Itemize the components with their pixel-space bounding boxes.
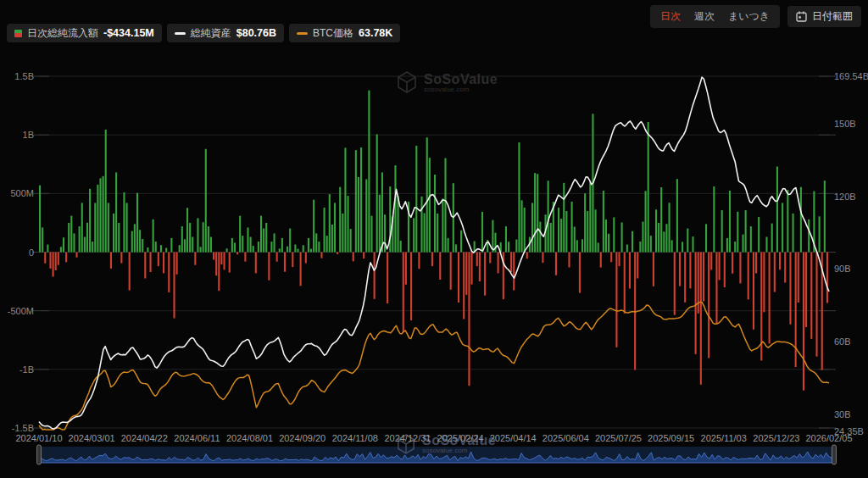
btc-price-line: [39, 302, 829, 430]
orange-line-icon: [297, 32, 308, 35]
legend-value: $80.76B: [236, 27, 276, 39]
legend-value: -$434.15M: [103, 27, 154, 39]
left-axis-tick: -1B: [0, 364, 34, 375]
chart-controls: 日次 週次 まいつき 日付範囲: [650, 5, 861, 28]
btc-etf-flow-dashboard: 日次総純流入額 -$434.15M 総純資産 $80.76B BTC価格 63.…: [0, 0, 868, 478]
tab-monthly[interactable]: まいつき: [721, 7, 776, 26]
right-axis-tick: 90B: [834, 264, 851, 274]
right-axis-tick: 169.54B: [834, 71, 868, 81]
legend-label: 日次総純流入額: [27, 26, 98, 41]
navigator[interactable]: [37, 445, 837, 464]
left-axis-tick: 1B: [0, 130, 34, 140]
navigator-left-handle[interactable]: [37, 445, 42, 464]
interval-tab-group: 日次 週次 まいつき: [650, 5, 780, 28]
right-axis-tick: 120B: [834, 192, 856, 202]
right-axis-tick: 60B: [834, 336, 851, 347]
left-axis-tick: 0: [0, 247, 34, 258]
left-axis-tick: 1.5B: [0, 71, 34, 81]
legend-chip-btc-price[interactable]: BTC価格 63.78K: [289, 24, 400, 42]
date-range-label: 日付範囲: [812, 9, 853, 24]
legend-value: 63.78K: [359, 27, 392, 39]
tab-daily[interactable]: 日次: [654, 7, 687, 26]
navigator-right-handle[interactable]: [832, 445, 837, 464]
right-axis-tick: 150B: [834, 119, 856, 129]
date-range-button[interactable]: 日付範囲: [787, 6, 861, 27]
tab-weekly[interactable]: 週次: [687, 7, 721, 26]
white-line-icon: [175, 32, 186, 35]
left-axis-tick: -500M: [0, 306, 34, 316]
inflow-bars: [39, 91, 828, 391]
legend-label: BTC価格: [313, 26, 353, 41]
x-axis-tick: 2026/02/05: [795, 433, 863, 443]
legend-chip-total-net-assets[interactable]: 総純資産 $80.76B: [167, 24, 284, 42]
legend: 日次総純流入額 -$434.15M 総純資産 $80.76B BTC価格 63.…: [7, 24, 400, 42]
chart-canvas[interactable]: [0, 0, 868, 478]
left-axis-tick: -1.5B: [0, 423, 34, 433]
left-axis-tick: 500M: [0, 188, 34, 198]
green-red-bars-icon: [14, 30, 22, 37]
legend-label: 総純資産: [191, 26, 231, 41]
right-axis-tick: 30B: [834, 409, 851, 420]
legend-chip-daily-net-inflow[interactable]: 日次総純流入額 -$434.15M: [7, 24, 162, 42]
calendar-icon: [796, 11, 807, 22]
